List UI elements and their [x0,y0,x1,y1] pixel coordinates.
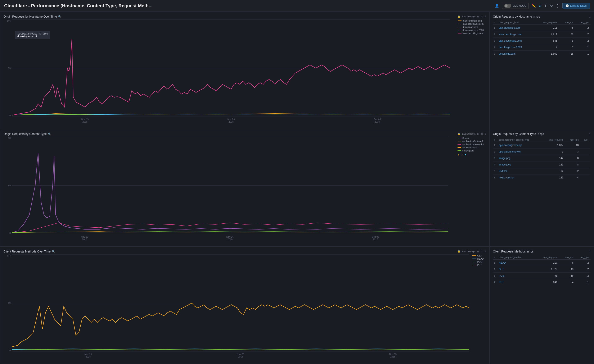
methods-x-labels: Nov 192018 Nov 262018 Dec 032018 [12,353,469,358]
share-icon[interactable]: ⬆ [544,4,547,8]
table-row: 4 image/jpeg 139 8 [493,161,590,168]
content-type-chart-header: Origin Requests by Content Type 🔍 🔒 Last… [4,132,486,136]
filter-chart-icon-2[interactable]: ⊙ [481,132,483,135]
table-icon[interactable]: ⊞ [477,15,479,18]
legend-color [458,144,461,145]
lock-icon-2: 🔒 [458,133,460,135]
legend-item: www.decokings.com [458,32,484,34]
row-total: 1,097 [542,142,565,149]
col-avg: avg_ [580,138,590,142]
row-num: 4 [493,279,498,285]
info-icon-3[interactable]: ℹ [485,250,486,253]
legend-color [472,258,476,259]
row-avg [580,161,590,168]
row-avg [580,174,590,181]
row-method: POST [498,272,535,279]
row-avg [580,142,590,149]
filter-chart-icon[interactable]: ⊙ [481,15,483,18]
clock-icon: 🕐 [566,4,569,7]
methods-table-header: Client Requests Methods in rps ℹ [493,250,590,253]
legend-color [458,27,461,27]
legend-item: application/javascript [458,143,484,146]
col-max: max_rps [559,255,575,260]
live-mode-toggle[interactable] [504,4,511,8]
row-num: 2 [493,149,498,155]
hostname-table-info-icon[interactable]: ℹ [589,15,590,18]
col-total: total_requests [535,255,559,260]
row-max: 5 [559,25,575,31]
row-avg [580,149,590,155]
table-row: 2 GET 6,779 40 2 [493,266,590,272]
methods-legend: GET HEAD POST PUT [472,254,484,266]
row-total: 14 [542,168,565,174]
lock-icon: 🔒 [458,15,460,18]
col-host: client_request_host [498,20,534,25]
row-avg: 2 [575,38,590,44]
row-avg: 2 [575,272,590,279]
hostname-table-panel: Origin Requests by Hostname in rps ℹ # c… [489,12,594,129]
magnify-icon-2[interactable]: 🔍 [48,132,51,136]
row-avg: 2 [575,259,590,266]
legend-item: image/jpeg [458,149,484,152]
table-icon-2[interactable]: ⊞ [477,132,479,135]
table-row: 1 HEAD 217 6 2 [493,259,590,266]
magnify-icon-3[interactable]: 🔍 [52,250,55,253]
more-icon[interactable]: ⋮ [556,4,560,8]
methods-table-panel: Client Requests Methods in rps ℹ # clien… [489,247,594,364]
content-type-table-panel: Origin Requests by Content Type in rps ℹ… [489,129,594,246]
row-max: 15 [559,51,575,57]
content-type-controls: 🔒 Last 30 Days ⊞ ⊙ ℹ [458,132,486,135]
last-30-days-button[interactable]: 🕐 Last 30 Days [562,3,590,9]
methods-chart-header: Client Requests Methods Over Time 🔍 🔒 La… [4,250,486,253]
table-row: 1 ajax.cloudflare.com 211 5 2 [493,25,590,31]
row-host: decokings.com [498,51,534,57]
legend-color [458,138,461,138]
magnify-icon[interactable]: 🔍 [58,15,61,18]
row-type: application/javascript [498,142,542,149]
methods-chart-area: 178 89 0 GET HEAD POST [4,254,486,358]
info-icon-2[interactable]: ℹ [485,132,486,135]
live-mode-badge[interactable]: LIVE MODE [502,3,528,9]
hostname-chart-panel: Origin Requests by Hostname Over Time 🔍 … [0,12,489,129]
row-num: 5 [493,168,498,174]
col-total: total_requests [534,20,559,25]
legend-color [458,147,461,148]
row-max: 40 [559,266,575,272]
content-type-x-labels: Nov 192018 Nov 262018 Dec 032018 [12,236,448,241]
row-total: 95 [535,272,559,279]
filter-chart-icon-3[interactable]: ⊙ [481,250,483,253]
col-method: client_request_method [498,255,535,260]
content-type-time-label: Last 30 Days [462,133,476,135]
legend-item: application/json [458,146,484,149]
info-icon[interactable]: ℹ [485,15,486,18]
main-grid: Origin Requests by Hostname Over Time 🔍 … [0,12,594,364]
content-type-chart-svg [12,137,448,234]
table-row: 4 decokings.com:2083 2 1 1 [493,44,590,51]
legend-item: HEAD [472,258,484,260]
col-avg: avg_rps [575,255,590,260]
row-max: 8 [559,38,575,44]
hostname-chart-area: 146 73 0 ajax.cloudflare.com ajax.google… [4,20,486,123]
col-max: max_rps [565,138,580,142]
col-type: edge_response_content_type [498,138,542,142]
refresh-icon[interactable]: ↻ [550,4,553,8]
table-icon-3[interactable]: ⊞ [477,250,479,253]
table-row: 3 image/png 142 8 [493,155,590,161]
row-total: 9 [542,149,565,155]
last-30-days-label: Last 30 Days [570,4,587,7]
edit-icon[interactable]: ✏️ [532,4,536,8]
content-type-legend: Series 1 application/font-woff applicati… [458,137,484,156]
row-num: 3 [493,272,498,279]
row-total: 217 [535,259,559,266]
row-type: application/font-woff [498,149,542,155]
row-method: PUT [498,279,535,285]
row-total: 1,662 [534,51,559,57]
hostname-y-labels: 146 73 0 [4,20,12,117]
filter-icon[interactable]: ⊙ [539,4,541,8]
row-type: text/javascript [498,174,542,181]
methods-table-info-icon[interactable]: ℹ [589,250,590,253]
table-row: 2 application/font-woff 9 3 [493,149,590,155]
content-type-table-info-icon[interactable]: ℹ [589,132,590,136]
legend-color [472,255,476,256]
row-num: 6 [493,174,498,181]
